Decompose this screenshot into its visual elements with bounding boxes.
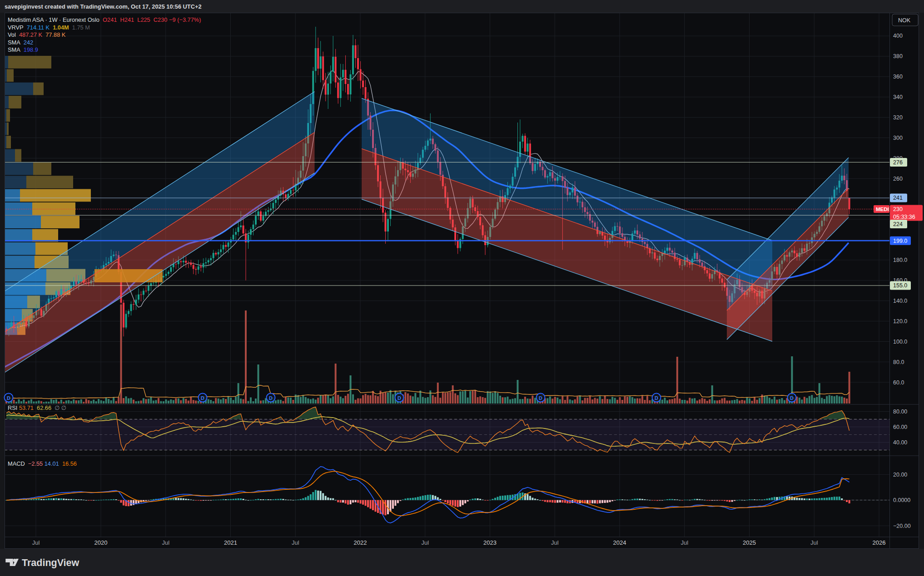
svg-text:40.00: 40.00 bbox=[893, 439, 907, 446]
svg-text:241: 241 bbox=[893, 195, 903, 201]
svg-text:D: D bbox=[397, 395, 401, 401]
svg-text:D: D bbox=[201, 395, 204, 401]
svg-text:60.0: 60.0 bbox=[893, 379, 904, 386]
svg-text:D: D bbox=[539, 395, 542, 401]
svg-text:380: 380 bbox=[893, 53, 903, 59]
svg-text:2026: 2026 bbox=[873, 539, 886, 546]
svg-text:NOK: NOK bbox=[898, 17, 911, 24]
svg-text:D: D bbox=[655, 395, 658, 401]
svg-text:Jul: Jul bbox=[32, 539, 40, 546]
svg-text:RSI 53.71 62.66 ∅ ∅: RSI 53.71 62.66 ∅ ∅ bbox=[8, 404, 66, 411]
svg-text:0.0000: 0.0000 bbox=[893, 497, 910, 503]
svg-text:D: D bbox=[790, 395, 794, 401]
svg-text:savepiginvest created with Tra: savepiginvest created with TradingView.c… bbox=[5, 3, 202, 10]
svg-text:Vol 487.27 K 77.88 K: Vol 487.27 K 77.88 K bbox=[8, 31, 66, 38]
svg-text:MEDI: MEDI bbox=[876, 207, 889, 212]
svg-text:Jul: Jul bbox=[292, 539, 299, 546]
svg-text:2022: 2022 bbox=[354, 539, 367, 546]
svg-text:2021: 2021 bbox=[224, 539, 237, 546]
svg-text:260: 260 bbox=[893, 176, 903, 182]
svg-text:TradingView: TradingView bbox=[22, 557, 79, 568]
svg-text:340: 340 bbox=[893, 94, 903, 100]
svg-text:05:33:36: 05:33:36 bbox=[893, 214, 915, 220]
svg-text:2020: 2020 bbox=[94, 539, 108, 546]
svg-text:320: 320 bbox=[893, 114, 903, 121]
svg-text:120.0: 120.0 bbox=[893, 318, 907, 325]
svg-text:400: 400 bbox=[893, 33, 903, 39]
svg-text:D: D bbox=[269, 395, 273, 401]
svg-text:276: 276 bbox=[893, 159, 903, 166]
svg-text:199.0: 199.0 bbox=[893, 238, 907, 244]
svg-text:SMA 242: SMA 242 bbox=[8, 39, 33, 46]
svg-text:80.00: 80.00 bbox=[893, 409, 907, 415]
svg-text:100.0: 100.0 bbox=[893, 339, 907, 345]
svg-text:Jul: Jul bbox=[681, 539, 688, 546]
svg-text:VRVP 714.11 K 1.04M 1.75 M: VRVP 714.11 K 1.04M 1.75 M bbox=[8, 24, 90, 31]
svg-text:300: 300 bbox=[893, 135, 903, 141]
svg-text:180.0: 180.0 bbox=[893, 257, 907, 263]
svg-text:80.0: 80.0 bbox=[893, 359, 904, 365]
svg-text:140.0: 140.0 bbox=[893, 298, 907, 304]
svg-text:−20.00: −20.00 bbox=[893, 523, 911, 529]
svg-text:60.00: 60.00 bbox=[893, 424, 907, 430]
svg-text:224: 224 bbox=[893, 221, 903, 227]
svg-text:Jul: Jul bbox=[810, 539, 818, 546]
svg-text:Medistim ASA · 1W · Euronext O: Medistim ASA · 1W · Euronext Oslo O241 H… bbox=[8, 16, 201, 23]
svg-text:360: 360 bbox=[893, 74, 903, 80]
svg-text:Jul: Jul bbox=[162, 539, 169, 546]
svg-text:Jul: Jul bbox=[551, 539, 559, 546]
svg-text:155.0: 155.0 bbox=[893, 282, 907, 289]
svg-text:2023: 2023 bbox=[483, 539, 497, 546]
svg-text:2024: 2024 bbox=[613, 539, 626, 546]
svg-text:SMA 198.9: SMA 198.9 bbox=[8, 46, 38, 53]
svg-text:2025: 2025 bbox=[743, 539, 756, 546]
svg-text:230: 230 bbox=[893, 206, 903, 212]
svg-text:D: D bbox=[7, 395, 10, 401]
svg-text:MACD −2.55 14.01 16.56: MACD −2.55 14.01 16.56 bbox=[8, 460, 77, 467]
svg-text:20.00: 20.00 bbox=[893, 472, 907, 478]
svg-text:Jul: Jul bbox=[421, 539, 429, 546]
